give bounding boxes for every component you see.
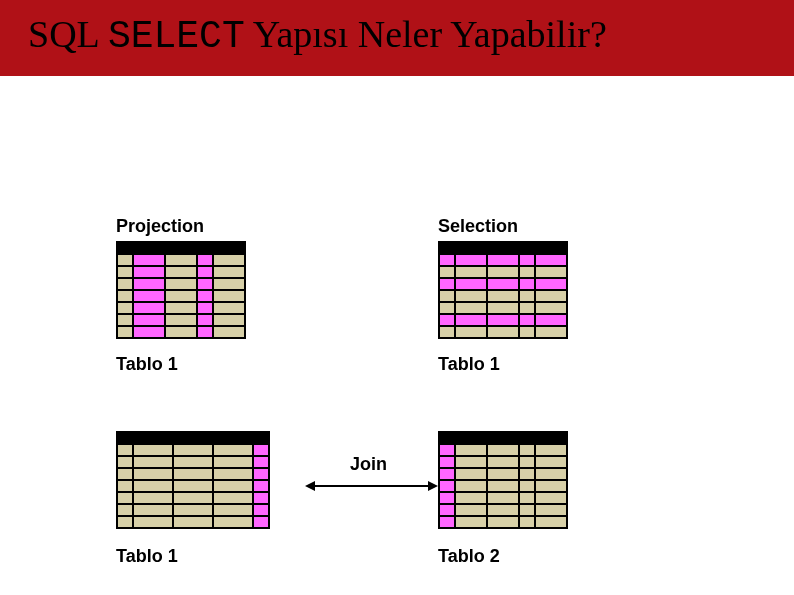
join-table2-icon <box>438 431 568 529</box>
label-selection: Selection <box>438 216 518 237</box>
title-bar: SQL SELECT Yapısı Neler Yapabilir? <box>0 0 794 76</box>
join-table1-icon <box>116 431 270 529</box>
title-post: Yapısı Neler Yapabilir? <box>245 13 607 55</box>
label-table1-a: Tablo 1 <box>116 354 178 375</box>
svg-marker-2 <box>428 481 438 491</box>
label-join: Join <box>350 454 387 475</box>
title-mono: SELECT <box>108 15 245 58</box>
content-area: Projection Selection Tablo 1 Tablo 1 Joi… <box>0 76 794 106</box>
title-pre: SQL <box>28 13 108 55</box>
label-projection: Projection <box>116 216 204 237</box>
label-table1-c: Tablo 1 <box>116 546 178 567</box>
selection-table-icon <box>438 241 568 339</box>
join-arrow-icon <box>305 478 438 494</box>
projection-table-icon <box>116 241 246 339</box>
label-table2: Tablo 2 <box>438 546 500 567</box>
label-table1-b: Tablo 1 <box>438 354 500 375</box>
svg-marker-1 <box>305 481 315 491</box>
slide: SQL SELECT Yapısı Neler Yapabilir? Proje… <box>0 0 794 595</box>
